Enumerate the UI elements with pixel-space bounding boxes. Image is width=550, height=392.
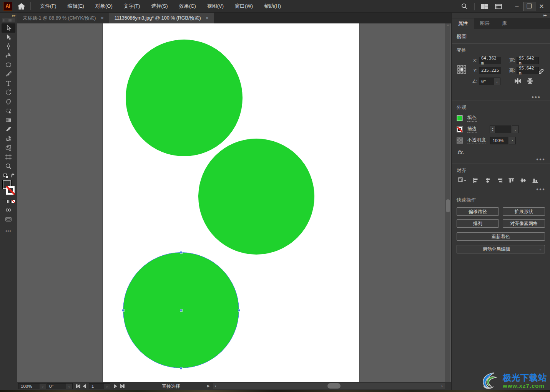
align-to-selection-icon[interactable]: [457, 177, 468, 184]
artboard-number-select[interactable]: 1 ⌄: [89, 383, 110, 389]
chevron-down-icon[interactable]: ⌄: [494, 78, 500, 85]
horizontal-scrollbar[interactable]: ‹ ›: [213, 383, 445, 389]
maximize-button[interactable]: ❐: [523, 2, 535, 11]
current-tool-label[interactable]: 直接选择: [148, 383, 194, 390]
arrange-documents-icon[interactable]: [493, 2, 504, 11]
symbols-tool-icon[interactable]: [2, 143, 15, 152]
color-mode-icon[interactable]: [2, 200, 6, 203]
x-value-field[interactable]: 64.362 m: [479, 57, 501, 64]
twirl-tool-icon[interactable]: [2, 134, 15, 143]
anchor-point[interactable]: [180, 309, 182, 311]
minimize-button[interactable]: –: [511, 2, 523, 11]
align-vertical-center-icon[interactable]: [519, 177, 528, 184]
fill-stroke-indicator[interactable]: [1, 180, 16, 199]
toolbar-expand-icon[interactable]: ▶▶: [12, 14, 15, 17]
shaper-tool-icon[interactable]: [2, 106, 15, 116]
chevron-down-icon[interactable]: ⌄: [104, 384, 110, 389]
align-left-icon[interactable]: [472, 177, 480, 184]
menu-edit[interactable]: 编辑(E): [63, 1, 89, 11]
menu-window[interactable]: 窗口(W): [230, 1, 258, 11]
opacity-swatch[interactable]: [457, 137, 463, 144]
width-value-field[interactable]: 95.642 m: [517, 57, 539, 64]
none-mode-icon[interactable]: [11, 200, 15, 203]
tab-layers[interactable]: 图层: [474, 18, 496, 29]
canvas-area[interactable]: ⌃: [17, 23, 451, 382]
align-right-icon[interactable]: [495, 177, 504, 184]
workspace-switcher-icon[interactable]: [479, 2, 490, 11]
tab-close-icon[interactable]: ✕: [100, 16, 105, 21]
green-circle[interactable]: [126, 40, 243, 156]
chevron-down-icon[interactable]: ⌄: [40, 384, 46, 389]
appearance-more-options-icon[interactable]: ●●●: [536, 157, 545, 161]
eraser-tool-icon[interactable]: [2, 97, 15, 106]
chevron-down-icon[interactable]: ⌄: [66, 384, 72, 389]
flip-vertical-icon[interactable]: [527, 78, 533, 85]
anchor-point[interactable]: [180, 251, 182, 253]
toolbar-grip-handle[interactable]: [2, 18, 15, 22]
stroke-weight-stepper[interactable]: ▲▼: [490, 126, 496, 133]
menu-select[interactable]: 选择(S): [146, 1, 172, 11]
gradient-tool-icon[interactable]: [2, 116, 15, 125]
document-tab[interactable]: 未标题-1 @ 88.89 % (CMYK/预览) ✕: [17, 13, 109, 23]
gradient-mode-icon[interactable]: [7, 200, 11, 203]
menu-object[interactable]: 对象(O): [91, 1, 117, 11]
stroke-link[interactable]: 描边: [467, 126, 477, 133]
menu-file[interactable]: 文件(F): [35, 1, 61, 11]
curvature-tool-icon[interactable]: [2, 51, 15, 60]
artboard-tool-icon[interactable]: [2, 152, 15, 162]
tab-libraries[interactable]: 库: [496, 18, 513, 29]
panel-collapse-icon[interactable]: ▶▶: [543, 14, 546, 17]
horizontal-scroll-thumb[interactable]: [327, 383, 341, 389]
fx-effects-button[interactable]: fx.: [457, 146, 545, 156]
align-more-options-icon[interactable]: ●●●: [536, 187, 545, 191]
link-dimensions-icon[interactable]: [538, 68, 545, 76]
global-edit-dropdown-icon[interactable]: ⌄: [536, 245, 545, 253]
opacity-value-field[interactable]: 100%: [490, 137, 508, 144]
close-button[interactable]: ✕: [535, 2, 548, 11]
more-tools-icon[interactable]: ●●●: [5, 230, 11, 233]
last-artboard-icon[interactable]: [120, 383, 125, 389]
align-pixel-grid-button[interactable]: 对齐像素网格: [503, 219, 545, 228]
rotation-select[interactable]: 0° ⌄: [47, 383, 73, 389]
tab-properties[interactable]: 属性: [452, 18, 474, 29]
vertical-scroll-thumb[interactable]: [446, 199, 450, 212]
offset-path-button[interactable]: 偏移路径: [457, 207, 499, 216]
fill-swatch[interactable]: [457, 115, 463, 121]
home-icon[interactable]: [18, 3, 25, 10]
align-horizontal-center-icon[interactable]: [484, 177, 492, 184]
rotate-tool-icon[interactable]: [2, 88, 15, 97]
height-value-field[interactable]: 95.642 m: [517, 67, 539, 74]
eyedropper-tool-icon[interactable]: [2, 125, 15, 134]
direct-selection-tool-icon[interactable]: [2, 33, 15, 42]
arrange-button[interactable]: 排列: [457, 219, 499, 228]
anchor-point[interactable]: [122, 309, 124, 311]
first-artboard-icon[interactable]: [76, 383, 81, 389]
next-artboard-icon[interactable]: [113, 383, 117, 389]
ellipse-tool-icon[interactable]: [2, 60, 15, 69]
reference-point-selector[interactable]: [457, 65, 466, 74]
menu-effect[interactable]: 效果(C): [174, 1, 201, 11]
menu-view[interactable]: 视图(V): [203, 1, 228, 11]
search-icon[interactable]: svg{stroke:#cfcfcf;fill:none;stroke-widt…: [459, 2, 470, 11]
fill-link[interactable]: 填色: [467, 114, 477, 122]
flip-horizontal-icon[interactable]: [514, 78, 521, 85]
anchor-point[interactable]: [180, 367, 182, 369]
global-edit-button[interactable]: 启动全局编辑: [457, 245, 536, 253]
type-tool-icon[interactable]: [2, 79, 15, 88]
previous-artboard-icon[interactable]: [83, 383, 86, 389]
pen-tool-icon[interactable]: [2, 42, 15, 51]
scroll-right-icon[interactable]: ›: [439, 384, 445, 388]
document-tab-active[interactable]: 11135086ym3.jpg* @ 100 % (RGB/预览) ✕: [109, 13, 214, 23]
scroll-up-icon[interactable]: ⌃: [445, 24, 451, 28]
stroke-weight-dropdown-icon[interactable]: ⌄: [512, 126, 519, 133]
stroke-swatch[interactable]: [457, 126, 463, 132]
opacity-options-icon[interactable]: ›: [509, 137, 516, 144]
draw-mode-icon[interactable]: [2, 205, 15, 215]
menu-type[interactable]: 文字(T): [119, 1, 145, 11]
align-top-icon[interactable]: [507, 177, 516, 184]
opacity-link[interactable]: 不透明度: [467, 137, 486, 144]
stroke-weight-field[interactable]: [496, 126, 511, 133]
stroke-color-swatch[interactable]: [6, 186, 15, 195]
rotation-angle-select[interactable]: 0° ⌄: [479, 78, 500, 85]
app-logo-icon[interactable]: Ai: [3, 2, 12, 11]
